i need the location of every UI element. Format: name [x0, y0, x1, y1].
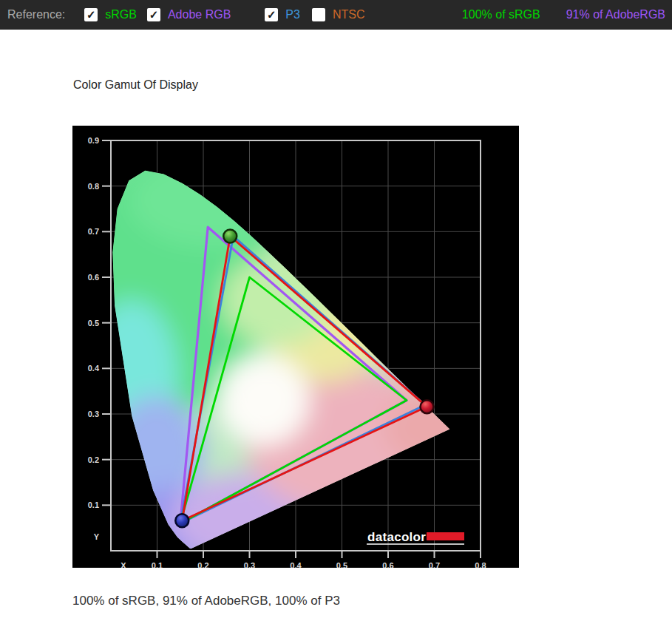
checkbox-group-ntsc[interactable]: ✓ NTSC: [312, 8, 365, 21]
axis-tick-label: 0.3: [88, 410, 99, 418]
ntsc-checkbox[interactable]: ✓: [312, 8, 325, 21]
adobe-rgb-checkbox-label: Adobe RGB: [168, 8, 231, 21]
checkmark-icon: ✓: [149, 9, 159, 20]
primary-marker-green: [223, 230, 237, 243]
axis-tick-label: 0.1: [88, 500, 99, 509]
datacolor-logo-text: datacolor: [367, 530, 426, 544]
srgb-checkbox-label: sRGB: [105, 8, 137, 21]
checkbox-group-srgb[interactable]: ✓ sRGB: [84, 8, 137, 21]
primary-marker-blue: [175, 514, 189, 527]
coverage-stats: 100% of sRGB 91% of AdobeRGB: [462, 8, 665, 21]
p3-checkbox-label: P3: [285, 8, 300, 21]
axis-tick-label: 0.6: [88, 273, 99, 282]
axis-tick-label: 0.8: [88, 182, 99, 191]
axis-tick-label: 0.4: [290, 561, 302, 568]
datacolor-logo-red-bar: [427, 532, 464, 540]
checkbox-group-adobe-rgb[interactable]: ✓ Adobe RGB: [147, 8, 231, 21]
axis-tick-label: 0.3: [244, 561, 255, 568]
axis-tick-label: 0.5: [88, 319, 99, 328]
p3-checkbox[interactable]: ✓: [265, 8, 278, 21]
axis-tick-label: 0.2: [197, 561, 208, 568]
axis-tick-label: 0.8: [475, 561, 486, 568]
coverage-caption: 100% of sRGB, 91% of AdobeRGB, 100% of P…: [72, 594, 340, 608]
ntsc-checkbox-label: NTSC: [333, 8, 365, 21]
axis-tick-label: 0.4: [88, 364, 100, 373]
axis-tick-label: 0.9: [88, 136, 99, 145]
reference-toolbar: Reference: ✓ sRGB ✓ Adobe RGB ✓ P3 ✓ NTS…: [0, 0, 672, 30]
axis-tick-label: 0.7: [429, 561, 440, 568]
axis-tick-label: 0.7: [88, 227, 99, 236]
chart-panel: 0.10.20.30.40.50.60.70.80.90.10.20.30.40…: [72, 126, 519, 568]
gamut-chart-svg: 0.10.20.30.40.50.60.70.80.90.10.20.30.40…: [72, 126, 519, 568]
primary-marker-red: [421, 400, 434, 413]
reference-label: Reference:: [7, 8, 65, 21]
checkmark-icon: ✓: [86, 9, 96, 20]
checkbox-group-p3[interactable]: ✓ P3: [265, 8, 300, 21]
adobe-rgb-checkbox[interactable]: ✓: [147, 8, 160, 21]
srgb-checkbox[interactable]: ✓: [84, 8, 98, 21]
checkmark-icon: ✓: [267, 9, 276, 20]
adobergb-coverage-stat: 91% of AdobeRGB: [566, 8, 665, 21]
axis-tick-label: 0.5: [336, 561, 347, 568]
axis-tick-label: 0.2: [88, 455, 99, 464]
axis-tick-label: 0.1: [152, 561, 163, 568]
page-title: Color Gamut Of Display: [73, 78, 198, 92]
y-axis-label: Y: [94, 532, 100, 541]
srgb-coverage-stat: 100% of sRGB: [462, 8, 540, 21]
x-axis-label: X: [121, 561, 126, 568]
axis-tick-label: 0.6: [382, 561, 393, 568]
